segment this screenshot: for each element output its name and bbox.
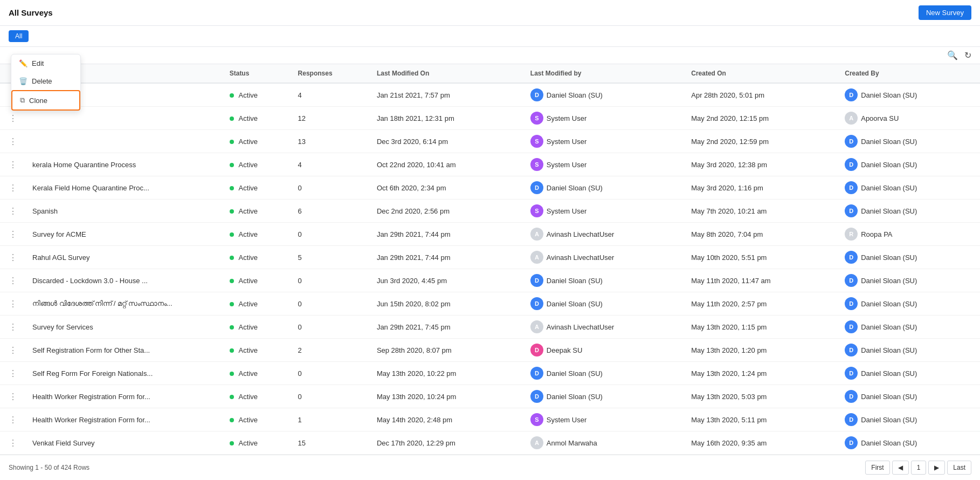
row-dots-button[interactable]: ⋮ bbox=[6, 322, 19, 332]
row-menu-trigger[interactable]: ⋮ bbox=[0, 431, 26, 455]
table-row: ⋮ Health Worker Registration Form for...… bbox=[0, 385, 980, 408]
created-on-cell: May 2nd 2020, 12:59 pm bbox=[685, 130, 838, 153]
row-menu-trigger[interactable]: ⋮ bbox=[0, 408, 26, 431]
context-menu-edit[interactable]: ✏️ Edit bbox=[11, 54, 80, 72]
table-row: ⋮ Active 13 Dec 3rd 2020, 6:14 pm S Syst… bbox=[0, 130, 980, 153]
status-cell: Active bbox=[223, 385, 292, 408]
status-cell: Active bbox=[223, 83, 292, 107]
last-modified-by-cell: D Daniel Sloan (SU) bbox=[524, 269, 685, 292]
last-modified-on-cell: Oct 22nd 2020, 10:41 am bbox=[370, 153, 524, 176]
last-modified-by-cell: D Daniel Sloan (SU) bbox=[524, 292, 685, 316]
row-dots-button[interactable]: ⋮ bbox=[6, 206, 19, 216]
row-dots-button[interactable]: ⋮ bbox=[6, 276, 19, 286]
context-menu-clone[interactable]: ⧉ Clone bbox=[11, 90, 80, 111]
row-menu-trigger[interactable]: ⋮ bbox=[0, 292, 26, 316]
row-dots-button[interactable]: ⋮ bbox=[6, 136, 19, 147]
status-cell: Active bbox=[223, 200, 292, 223]
survey-name-cell: നിങ്ങൾ വിദേശത്ത് നിന്ന് / മറ്റ് സംസ്ഥാനം… bbox=[26, 292, 223, 316]
row-dots-button[interactable]: ⋮ bbox=[6, 252, 19, 263]
last-modified-by-cell: S System User bbox=[524, 107, 685, 130]
created-by-cell: D Daniel Sloan (SU) bbox=[838, 292, 980, 316]
creator-avatar: D bbox=[845, 413, 858, 426]
created-by-cell: D Daniel Sloan (SU) bbox=[838, 269, 980, 292]
status-badge: Active bbox=[239, 184, 258, 192]
row-menu-trigger[interactable]: ⋮ bbox=[0, 385, 26, 408]
creator-avatar: D bbox=[845, 344, 858, 356]
status-badge: Active bbox=[239, 346, 258, 354]
table-row: ⋮ Survey for ACME Active 0 Jan 29th 2021… bbox=[0, 223, 980, 246]
responses-cell: 12 bbox=[292, 107, 370, 130]
last-modified-by-name: Daniel Sloan (SU) bbox=[547, 300, 603, 308]
clone-icon: ⧉ bbox=[20, 96, 25, 105]
created-on-cell: Apr 28th 2020, 5:01 pm bbox=[685, 83, 838, 107]
last-modified-by-cell: D Daniel Sloan (SU) bbox=[524, 83, 685, 107]
avatar: D bbox=[530, 344, 543, 356]
new-survey-button[interactable]: New Survey bbox=[919, 5, 971, 20]
avatar: D bbox=[530, 367, 543, 380]
status-cell: Active bbox=[223, 431, 292, 455]
last-modified-by-name: Deepak SU bbox=[547, 346, 582, 354]
row-dots-button[interactable]: ⋮ bbox=[6, 392, 19, 402]
status-dot bbox=[230, 163, 234, 167]
table-row: ⋮ Self Reg Form For Foreign Nationals...… bbox=[0, 362, 980, 385]
survey-name-cell: kerala Home Quarantine Process bbox=[26, 153, 223, 176]
prev-page-button[interactable]: ◀ bbox=[892, 461, 909, 475]
created-on-cell: May 3rd 2020, 12:38 pm bbox=[685, 153, 838, 176]
avatar: D bbox=[530, 274, 543, 287]
avatar: D bbox=[530, 390, 543, 403]
survey-name-cell: Survey for ACME bbox=[26, 223, 223, 246]
row-menu-trigger[interactable]: ⋮ bbox=[0, 176, 26, 200]
created-by-cell: D Daniel Sloan (SU) bbox=[838, 200, 980, 223]
responses-cell: 0 bbox=[292, 269, 370, 292]
row-menu-trigger[interactable]: ⋮ bbox=[0, 153, 26, 176]
current-page: 1 bbox=[911, 461, 927, 475]
search-icon[interactable]: 🔍 bbox=[947, 50, 958, 60]
created-by-name: Daniel Sloan (SU) bbox=[861, 439, 917, 447]
refresh-icon[interactable]: ↻ bbox=[964, 50, 971, 60]
row-menu-trigger[interactable]: ⋮ bbox=[0, 339, 26, 362]
status-dot bbox=[230, 93, 234, 98]
created-by-cell: D Daniel Sloan (SU) bbox=[838, 153, 980, 176]
last-modified-by-cell: D Deepak SU bbox=[524, 339, 685, 362]
row-menu-trigger[interactable]: ⋮ bbox=[0, 269, 26, 292]
avatar: A bbox=[530, 436, 543, 449]
next-page-button[interactable]: ▶ bbox=[928, 461, 945, 475]
row-dots-button[interactable]: ⋮ bbox=[6, 345, 19, 355]
row-menu-trigger[interactable]: ⋮ bbox=[0, 246, 26, 269]
table-row: ⋮ Discarded - Lockdown 3.0 - House ... A… bbox=[0, 269, 980, 292]
row-dots-button[interactable]: ⋮ bbox=[6, 183, 19, 193]
created-on-cell: May 7th 2020, 10:21 am bbox=[685, 200, 838, 223]
row-dots-button[interactable]: ⋮ bbox=[6, 368, 19, 379]
filter-all-button[interactable]: All bbox=[9, 30, 29, 42]
row-dots-button[interactable]: ⋮ bbox=[6, 160, 19, 170]
table-row: ⋮ Spanish Active 6 Dec 2nd 2020, 2:56 pm… bbox=[0, 200, 980, 223]
last-page-button[interactable]: Last bbox=[947, 461, 971, 475]
created-by-name: Daniel Sloan (SU) bbox=[861, 184, 917, 192]
status-badge: Active bbox=[239, 253, 258, 262]
created-on-cell: May 11th 2020, 11:47 am bbox=[685, 269, 838, 292]
row-dots-button[interactable]: ⋮ bbox=[6, 299, 19, 309]
last-modified-on-cell: Oct 6th 2020, 2:34 pm bbox=[370, 176, 524, 200]
row-dots-button[interactable]: ⋮ bbox=[6, 415, 19, 425]
status-badge: Active bbox=[239, 393, 258, 401]
first-page-button[interactable]: First bbox=[865, 461, 889, 475]
responses-cell: 2 bbox=[292, 339, 370, 362]
creator-avatar: D bbox=[845, 158, 858, 171]
creator-avatar: D bbox=[845, 390, 858, 403]
row-dots-button[interactable]: ⋮ bbox=[6, 113, 19, 124]
row-menu-trigger[interactable]: ⋮ bbox=[0, 200, 26, 223]
avatar: S bbox=[530, 413, 543, 426]
row-dots-button[interactable]: ⋮ bbox=[6, 229, 19, 239]
row-menu-trigger[interactable]: ⋮ bbox=[0, 130, 26, 153]
row-dots-button[interactable]: ⋮ bbox=[6, 438, 19, 448]
status-cell: Active bbox=[223, 408, 292, 431]
created-on-cell: May 16th 2020, 9:35 am bbox=[685, 431, 838, 455]
row-menu-trigger[interactable]: ⋮ bbox=[0, 316, 26, 339]
status-cell: Active bbox=[223, 153, 292, 176]
context-menu-delete[interactable]: 🗑️ Delete bbox=[11, 72, 80, 90]
row-menu-trigger[interactable]: ⋮ bbox=[0, 223, 26, 246]
created-by-cell: A Apoorva SU bbox=[838, 107, 980, 130]
table-row: ⋮ Active 4 Jan 21st 2021, 7:57 pm D Dani… bbox=[0, 83, 980, 107]
row-menu-trigger[interactable]: ⋮ bbox=[0, 362, 26, 385]
responses-cell: 5 bbox=[292, 246, 370, 269]
